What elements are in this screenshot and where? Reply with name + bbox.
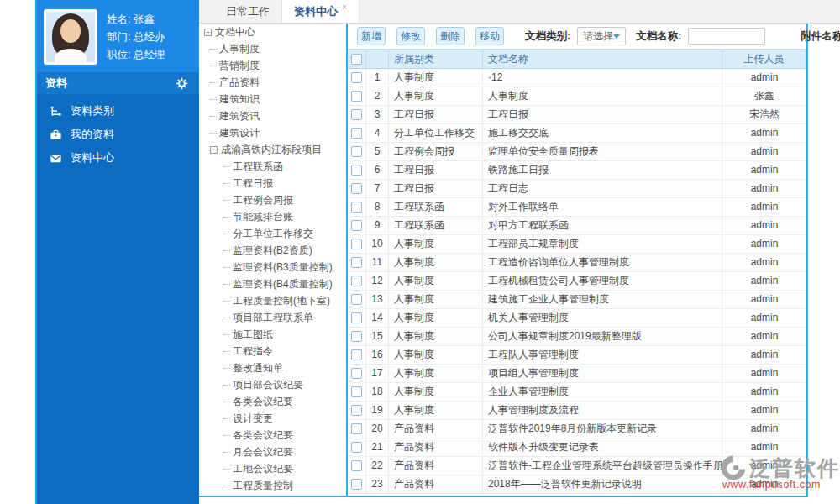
- row-checkbox[interactable]: [351, 405, 362, 416]
- row-index: 2: [366, 87, 389, 106]
- toolbar-button[interactable]: 删除: [436, 27, 465, 45]
- row-checkbox[interactable]: [351, 294, 362, 305]
- select-all-checkbox[interactable]: [351, 54, 362, 65]
- doc-name-input[interactable]: [688, 28, 765, 45]
- row-checkbox[interactable]: [351, 128, 362, 139]
- tree-item[interactable]: 监理资料(B3质量控制): [199, 259, 346, 276]
- row-checkbox[interactable]: [351, 91, 362, 102]
- table-row[interactable]: 20 产品资料 泛普软件2019年8月份新版本更新记录 admin: [348, 420, 806, 438]
- row-checkbox[interactable]: [351, 442, 362, 453]
- table-row[interactable]: 16 人事制度 工程队人事管理制度 admin: [348, 346, 806, 365]
- row-checkbox[interactable]: [351, 423, 362, 434]
- close-icon[interactable]: ×: [342, 3, 347, 12]
- tree-item[interactable]: 工程日报: [199, 175, 346, 192]
- tree-item[interactable]: 人事制度: [199, 40, 346, 57]
- table-row[interactable]: 6 工程日报 铁路施工日报 admin: [348, 161, 806, 180]
- toolbar-button[interactable]: 新增: [357, 27, 386, 45]
- tree-item[interactable]: 工程指令: [199, 343, 346, 360]
- table-row[interactable]: 9 工程联系函 对甲方工程联系函 admin: [348, 217, 806, 235]
- tree-node-doc-center[interactable]: − 文档中心: [199, 24, 346, 40]
- row-checkbox[interactable]: [351, 368, 362, 379]
- row-checkbox[interactable]: [351, 257, 362, 268]
- sidebar-item-my-data[interactable]: 我的资料: [37, 123, 199, 146]
- tree-node-project[interactable]: − 成渝高铁内江标段项目: [199, 141, 346, 158]
- table-row[interactable]: 5 工程例会周报 监理单位安全质量周报表 admin: [348, 143, 806, 161]
- tree-item[interactable]: 节能减排台账: [199, 208, 346, 225]
- row-category: 人事制度: [389, 383, 483, 402]
- row-index: 11: [366, 254, 389, 272]
- table-row[interactable]: 1 人事制度 ·12 admin: [348, 69, 806, 87]
- row-checkbox[interactable]: [351, 72, 362, 83]
- tree-item[interactable]: 工地会议纪要: [199, 460, 346, 477]
- sidebar-item-data-center[interactable]: 资料中心: [37, 146, 199, 170]
- collapse-icon[interactable]: −: [210, 146, 218, 154]
- toolbar-button[interactable]: 修改: [396, 27, 425, 45]
- table-row[interactable]: 15 人事制度 公司人事规章制度2019最新整理版 admin: [348, 328, 806, 346]
- tree-item[interactable]: 各类会议纪要: [199, 427, 346, 444]
- tree-item[interactable]: 工程质量控制: [199, 477, 346, 494]
- row-checkbox[interactable]: [351, 202, 362, 213]
- row-uploader: admin: [722, 235, 806, 254]
- tab-daily-work[interactable]: 日常工作: [214, 0, 281, 23]
- row-checkbox[interactable]: [351, 146, 362, 157]
- tree-item[interactable]: 建筑设计: [199, 124, 346, 141]
- tree-connector: [223, 381, 230, 386]
- collapse-icon[interactable]: −: [204, 29, 212, 36]
- table-row[interactable]: 10 人事制度 工程部员工规章制度 admin: [348, 235, 806, 254]
- table-row[interactable]: 19 人事制度 人事管理制度及流程 admin: [348, 402, 806, 420]
- table-row[interactable]: 12 人事制度 工程机械租赁公司人事管理制度 admin: [348, 272, 806, 291]
- table-row[interactable]: 4 分工单位工作移交 施工移交交底 admin: [348, 124, 806, 143]
- tree-item[interactable]: 工程例会周报: [199, 192, 346, 208]
- tree-item[interactable]: 设计变更: [199, 410, 346, 427]
- row-checkbox[interactable]: [351, 165, 362, 176]
- tree-item[interactable]: 监理资料(B4质量控制): [199, 276, 346, 292]
- table-row[interactable]: 18 人事制度 企业人事管理制度 admin: [348, 383, 806, 402]
- tree-item[interactable]: 项目部工程联系单: [199, 309, 346, 326]
- table-row[interactable]: 21 产品资料 软件版本升级变更记录表 admin: [348, 438, 806, 457]
- table-row[interactable]: 3 工程日报 工程日报 宋浩然: [348, 106, 806, 124]
- table-row[interactable]: 22 产品资料 泛普软件-工程企业管理系统平台超级管理员操作手册 admin: [348, 457, 806, 475]
- row-checkbox[interactable]: [351, 349, 362, 360]
- doc-type-select[interactable]: 请选择: [577, 27, 626, 45]
- row-checkbox[interactable]: [351, 312, 362, 323]
- row-doc-name: 施工移交交底: [483, 124, 722, 143]
- table-row[interactable]: 8 工程联系函 对外工作联络单 admin: [348, 198, 806, 217]
- row-checkbox[interactable]: [351, 331, 362, 342]
- row-checkbox[interactable]: [351, 386, 362, 397]
- tree-item[interactable]: 月会会议纪要: [199, 444, 346, 460]
- table-row[interactable]: 13 人事制度 建筑施工企业人事管理制度 admin: [348, 291, 806, 309]
- row-checkbox[interactable]: [351, 183, 362, 194]
- tree-item[interactable]: 建筑知识: [199, 91, 346, 108]
- row-checkbox[interactable]: [351, 479, 362, 490]
- tree-item[interactable]: 监理资料(B2资质): [199, 242, 346, 259]
- row-category: 人事制度: [389, 346, 483, 365]
- row-checkbox[interactable]: [351, 220, 362, 231]
- tree-item[interactable]: 营销制度: [199, 57, 346, 74]
- table-row[interactable]: 11 人事制度 工程造价咨询单位人事管理制度 admin: [348, 254, 806, 272]
- gear-icon[interactable]: [176, 77, 188, 90]
- row-category: 产品资料: [389, 420, 483, 438]
- tree-item[interactable]: 分工单位工作移交: [199, 225, 346, 242]
- row-checkbox[interactable]: [351, 109, 362, 120]
- tree-item[interactable]: 各类会议纪要: [199, 393, 346, 410]
- tab-data-center[interactable]: 资料中心×: [281, 0, 360, 23]
- tree-item[interactable]: 工程联系函: [199, 158, 346, 175]
- row-checkbox[interactable]: [351, 276, 362, 286]
- table-row[interactable]: 7 工程日报 工程日志 admin: [348, 180, 806, 198]
- table-row[interactable]: 17 人事制度 项目组人事管理制度 admin: [348, 365, 806, 383]
- app-window: 姓名: 张鑫 部门: 总经办 职位: 总经理 资料: [0, 0, 840, 504]
- row-checkbox-cell: [348, 309, 366, 328]
- toolbar-button[interactable]: 移动: [475, 27, 504, 45]
- tree-item[interactable]: 建筑资讯: [199, 108, 346, 124]
- tree-item[interactable]: 整改通知单: [199, 360, 346, 376]
- row-checkbox[interactable]: [351, 460, 362, 471]
- table-row[interactable]: 14 人事制度 机关人事管理制度 admin: [348, 309, 806, 328]
- tree-item[interactable]: 工程质量控制(地下室): [199, 292, 346, 309]
- tree-item[interactable]: 项目部会议纪要: [199, 376, 346, 393]
- tree-item[interactable]: 施工图纸: [199, 326, 346, 343]
- table-row[interactable]: 2 人事制度 人事制度 张鑫: [348, 87, 806, 106]
- row-checkbox[interactable]: [351, 239, 362, 249]
- tree-item[interactable]: 产品资料: [199, 74, 346, 91]
- table-row[interactable]: 23 产品资料 2018年——泛普软件更新记录说明 admin: [348, 475, 806, 494]
- sidebar-item-data-category[interactable]: 资料类别: [37, 99, 199, 123]
